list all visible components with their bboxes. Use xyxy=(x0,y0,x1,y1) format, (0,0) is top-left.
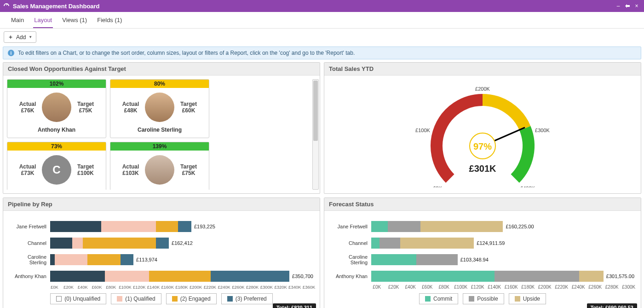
rep-pct: 102% xyxy=(7,80,106,88)
bar-track: £103,348.94 xyxy=(371,254,634,265)
actual-value: £73K xyxy=(14,170,41,176)
bar-segment[interactable] xyxy=(50,271,105,282)
tab-layout[interactable]: Layout xyxy=(33,15,53,28)
pipeline-legend: (0) Unqualified (1) Qualified (2) Engage… xyxy=(7,293,316,304)
bar-category-label: Channel xyxy=(331,240,369,246)
window-titlebar: Sales Management Dashboard – × xyxy=(0,0,644,12)
bar-segment[interactable] xyxy=(72,238,83,249)
bar-segment[interactable] xyxy=(211,271,290,282)
add-button[interactable]: ＋ Add ▼ xyxy=(4,31,36,43)
x-tick: £200K xyxy=(536,285,553,290)
x-tick: £60K xyxy=(90,285,104,290)
legend-preferred[interactable]: (3) Preferred xyxy=(221,293,273,304)
x-tick: £100K xyxy=(118,285,132,290)
bar-segment[interactable] xyxy=(156,221,178,232)
toolbar: ＋ Add ▼ xyxy=(0,29,644,46)
actual-label: Actual xyxy=(14,101,41,107)
bar-category-label: Jane Fretwell xyxy=(10,224,48,229)
legend-upside[interactable]: Upside xyxy=(509,293,546,304)
plus-icon: ＋ xyxy=(8,33,13,41)
bar-segment[interactable] xyxy=(371,221,388,232)
panel-forecast-title: Forecast Status xyxy=(324,198,641,211)
window-minimize-button[interactable]: – xyxy=(614,1,623,11)
bar-segment[interactable] xyxy=(494,271,579,282)
bar-segment[interactable] xyxy=(83,238,156,249)
actual-value: £103K xyxy=(117,170,144,176)
actual-label: Actual xyxy=(117,101,144,107)
x-tick: £140K xyxy=(486,285,503,290)
bar-category-label: Anthony Khan xyxy=(10,273,48,279)
x-tick: £40K xyxy=(75,285,90,290)
bar-segment[interactable] xyxy=(380,238,400,249)
target-value: £100K xyxy=(72,170,99,176)
rep-card[interactable]: 80%Actual£48KTarget£60KCaroline Sterling xyxy=(110,79,209,138)
gauge-tick-400: £400K xyxy=(520,186,535,187)
bar-segment[interactable] xyxy=(371,271,494,282)
legend-possible[interactable]: Possible xyxy=(463,293,504,304)
bar-row: Anthony Khan£301,575.00 xyxy=(331,269,634,284)
x-tick: £260K xyxy=(587,285,604,290)
window-title: Sales Management Dashboard xyxy=(13,3,614,10)
dashboard-grid: Closed Won Opportunities Against Target … xyxy=(0,62,644,308)
bar-segment[interactable] xyxy=(121,254,134,265)
bar-segment[interactable] xyxy=(178,221,191,232)
bar-segment[interactable] xyxy=(371,238,380,249)
bar-category-label: Caroline Sterling xyxy=(331,254,369,265)
x-tick: £0K xyxy=(368,285,385,290)
bar-segment[interactable] xyxy=(416,254,457,265)
bar-segment[interactable] xyxy=(50,238,72,249)
bar-segment[interactable] xyxy=(87,254,121,265)
rep-avatar: C xyxy=(42,155,71,185)
x-tick: £60K xyxy=(419,285,436,290)
tab-fields[interactable]: Fields (1) xyxy=(96,15,123,28)
add-button-label: Add xyxy=(16,34,26,41)
rep-pct: 139% xyxy=(110,142,209,151)
rep-name: Anthony Khan xyxy=(7,123,106,138)
bar-segment[interactable] xyxy=(388,221,421,232)
legend-commit[interactable]: Commit xyxy=(419,293,458,304)
x-tick: £80K xyxy=(436,285,453,290)
legend-engaged[interactable]: (2) Engaged xyxy=(166,293,217,304)
panel-closed-won: Closed Won Opportunities Against Target … xyxy=(3,62,320,194)
rep-name: Caroline Sterling xyxy=(110,123,209,138)
closed-won-scrollbar[interactable] xyxy=(312,79,319,190)
bar-category-label: Jane Fretwell xyxy=(331,224,369,229)
rep-card[interactable]: 73%Actual£73KCTarget£100KChannel xyxy=(7,142,106,190)
target-value: £75K xyxy=(175,170,202,176)
rep-avatar xyxy=(42,93,71,122)
bar-segment[interactable] xyxy=(420,221,503,232)
bar-track: £193,225 xyxy=(50,221,313,232)
bar-segment[interactable] xyxy=(156,238,169,249)
legend-qualified[interactable]: (1) Qualified xyxy=(111,293,161,304)
window-maximize-button[interactable] xyxy=(623,1,632,11)
legend-unqualified[interactable]: (0) Unqualified xyxy=(50,293,106,304)
forecast-x-axis: £0K£20K£40K£60K£80K£100K£120K£140K£160K£… xyxy=(368,285,637,290)
window-close-button[interactable]: × xyxy=(632,1,641,11)
bar-segment[interactable] xyxy=(579,271,604,282)
actual-label: Actual xyxy=(14,163,41,170)
tab-views[interactable]: Views (1) xyxy=(61,15,88,28)
rep-card[interactable]: 139%Actual£103KTarget£75KJane Fretwell xyxy=(110,142,209,190)
bar-segment[interactable] xyxy=(50,254,55,265)
panel-total-sales-title: Total Sales YTD xyxy=(324,63,641,76)
x-tick: £240K xyxy=(217,285,231,290)
bar-segment[interactable] xyxy=(371,254,416,265)
target-label: Target xyxy=(175,101,202,107)
bar-segment[interactable] xyxy=(55,254,88,265)
rep-card[interactable]: 102%Actual£76KTarget£75KAnthony Khan xyxy=(7,79,106,138)
x-tick: £160K xyxy=(161,285,175,290)
bar-segment[interactable] xyxy=(400,238,474,249)
bar-segment[interactable] xyxy=(101,221,156,232)
rep-avatar xyxy=(145,93,174,122)
bar-total-label: £193,225 xyxy=(194,224,215,229)
x-tick: £120K xyxy=(469,285,486,290)
x-tick: £300K xyxy=(259,285,274,290)
panel-closed-won-title: Closed Won Opportunities Against Target xyxy=(3,63,320,76)
bar-segment[interactable] xyxy=(105,271,149,282)
forecast-total: Total: £690,060.53 xyxy=(587,303,637,308)
pipeline-x-axis: £0K£20K£40K£60K£80K£100K£120K£140K£160K£… xyxy=(47,285,316,290)
tab-main[interactable]: Main xyxy=(10,15,25,28)
bar-segment[interactable] xyxy=(50,221,101,232)
bar-segment[interactable] xyxy=(149,271,210,282)
gauge-value: £301K xyxy=(469,163,496,174)
